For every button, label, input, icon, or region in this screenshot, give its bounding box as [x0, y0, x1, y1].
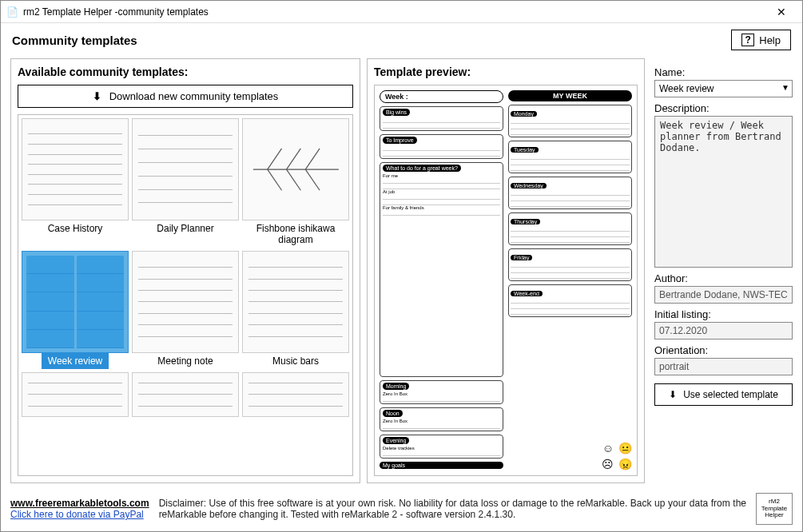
preview-title: Template preview:: [374, 66, 638, 78]
app-window: 📄 rm2 Template Helper -community templat…: [0, 0, 803, 532]
titlebar: 📄 rm2 Template Helper -community templat…: [1, 1, 802, 23]
templates-title: Available community templates:: [18, 66, 353, 78]
orientation-label: Orientation:: [654, 344, 793, 356]
template-item[interactable]: [132, 372, 239, 417]
template-thumb: [132, 372, 239, 417]
donate-link[interactable]: Click here to donate via PayPal: [10, 509, 149, 520]
help-icon: ?: [741, 34, 754, 46]
preview-page: Week : Big wins To Improve What to do fo…: [380, 90, 632, 470]
author-field: [654, 286, 793, 304]
sad-icon: ☹: [602, 458, 614, 470]
preview-right-col: MY WEEK Monday Tuesday Wednesday Thursda…: [508, 90, 632, 470]
template-label: Meeting note: [151, 353, 219, 369]
footer-links: www.freeremarkabletools.com Click here t…: [10, 498, 149, 520]
listing-label: Initial listing:: [654, 308, 793, 320]
window-title: rm2 Template Helper -community templates: [23, 6, 765, 18]
template-label: Week review: [42, 353, 109, 369]
template-thumb: [22, 118, 129, 220]
template-thumb: [22, 372, 129, 417]
listing-field: [654, 322, 793, 339]
template-label: Music bars: [266, 353, 325, 369]
preview-myweek-title: MY WEEK: [508, 90, 632, 101]
template-thumb: [242, 372, 349, 417]
svg-line-5: [286, 169, 300, 190]
smile-icon: ☺: [602, 442, 614, 455]
fishbone-icon: [248, 134, 344, 204]
template-item[interactable]: [22, 372, 129, 417]
templates-grid-scroll[interactable]: Case History Daily Planner: [18, 114, 353, 476]
header: Community templates ? Help: [1, 23, 802, 58]
templates-pane: Available community templates: ⬇ Downloa…: [10, 58, 360, 483]
svg-line-1: [267, 149, 281, 169]
download-label: Download new community templates: [109, 90, 279, 102]
author-label: Author:: [654, 272, 793, 284]
use-template-button[interactable]: ⬇ Use selected template: [654, 383, 793, 406]
template-item[interactable]: Daily Planner: [132, 118, 239, 248]
template-item-selected[interactable]: Week review: [22, 251, 129, 369]
page-title: Community templates: [12, 34, 137, 47]
svg-line-4: [267, 169, 281, 190]
template-item[interactable]: Meeting note: [132, 251, 239, 369]
disclaimer-text: Disclaimer: Use of this free software is…: [159, 498, 746, 520]
footer-logo: rM2 Template Helper: [756, 493, 793, 525]
name-label: Name:: [654, 66, 793, 78]
template-label: Daily Planner: [150, 220, 220, 236]
angry-icon: 😠: [618, 458, 632, 470]
details-pane: Name: ▼ Description: Author: Initial lis…: [651, 58, 793, 483]
svg-line-3: [305, 149, 320, 169]
download-icon: ⬇: [669, 389, 677, 400]
help-label: Help: [759, 34, 781, 46]
description-label: Description:: [654, 102, 793, 114]
description-field: [654, 116, 793, 268]
template-thumb: [132, 251, 239, 353]
template-item[interactable]: [242, 372, 349, 417]
orientation-field: [654, 358, 793, 375]
template-item[interactable]: Case History: [22, 118, 129, 248]
preview-week-label: Week :: [380, 90, 503, 103]
preview-left-col: Week : Big wins To Improve What to do fo…: [380, 90, 503, 470]
template-thumb: [242, 251, 349, 353]
footer: www.freeremarkabletools.com Click here t…: [1, 488, 802, 531]
website-link[interactable]: www.freeremarkabletools.com: [10, 498, 149, 509]
mood-icons: ☹😠: [508, 458, 632, 470]
neutral-icon: 😐: [618, 442, 632, 455]
help-button[interactable]: ? Help: [731, 30, 791, 50]
preview-pane: Template preview: Week : Big wins To Imp…: [367, 58, 645, 483]
main-content: Available community templates: ⬇ Downloa…: [1, 58, 802, 488]
template-thumb: [132, 118, 239, 220]
use-label: Use selected template: [683, 389, 778, 400]
template-item[interactable]: Fishbone ishikawa diagram: [242, 118, 349, 248]
template-label: Case History: [42, 220, 109, 236]
preview-canvas: Week : Big wins To Improve What to do fo…: [374, 85, 638, 476]
app-icon: 📄: [6, 6, 18, 18]
mood-icons: ☺😐: [508, 442, 632, 455]
name-select[interactable]: [654, 80, 793, 97]
templates-grid: Case History Daily Planner: [22, 118, 349, 417]
template-thumb: [242, 118, 349, 220]
svg-line-6: [305, 169, 320, 190]
template-item[interactable]: Music bars: [242, 251, 349, 369]
template-thumb: [22, 251, 129, 353]
close-button[interactable]: ✕: [765, 6, 797, 18]
template-label: Fishbone ishikawa diagram: [242, 220, 349, 248]
download-icon: ⬇: [93, 90, 101, 102]
download-templates-button[interactable]: ⬇ Download new community templates: [18, 85, 353, 108]
svg-line-2: [286, 149, 300, 169]
